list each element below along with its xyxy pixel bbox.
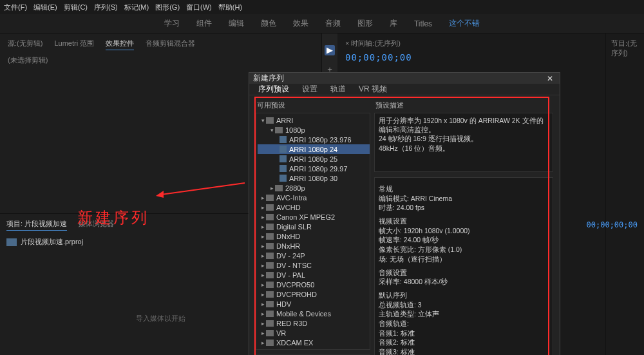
preset-folder[interactable]: ▸VR bbox=[258, 328, 370, 338]
tool-button-0[interactable]: ▶ bbox=[325, 45, 335, 55]
workspace-tab-5[interactable]: 音频 bbox=[325, 18, 341, 29]
preset-folder[interactable]: ▸Mobile & Devices bbox=[258, 309, 370, 318]
preset-folder[interactable]: ▸DVCPRO50 bbox=[258, 280, 370, 289]
annotation-arrow-icon bbox=[155, 177, 251, 202]
menu-clip[interactable]: 剪辑(C) bbox=[64, 3, 88, 12]
menu-marker[interactable]: 标记(M) bbox=[124, 3, 149, 12]
preset-folder[interactable]: ▸DNxHD bbox=[258, 231, 370, 241]
preset-folder[interactable]: ▸AVC-Intra bbox=[258, 193, 370, 202]
source-tab-0[interactable]: 源:(无剪辑) bbox=[8, 39, 43, 50]
disclosure-icon[interactable]: ▸ bbox=[260, 243, 266, 249]
preset-icon bbox=[279, 136, 287, 143]
folder-icon bbox=[266, 253, 274, 259]
disclosure-icon[interactable]: ▸ bbox=[260, 320, 266, 327]
preset-item[interactable]: ARRI 1080p 24 bbox=[258, 144, 370, 154]
source-empty-msg: (未选择剪辑) bbox=[8, 55, 314, 65]
disclosure-icon[interactable]: ▸ bbox=[260, 301, 266, 307]
preset-folder[interactable]: ▸2880p bbox=[258, 183, 370, 193]
menu-file[interactable]: 文件(F) bbox=[4, 3, 27, 12]
menu-window[interactable]: 窗口(W) bbox=[186, 3, 212, 12]
row-label: Mobile & Devices bbox=[276, 310, 331, 318]
menu-edit[interactable]: 编辑(E) bbox=[33, 3, 57, 12]
disclosure-icon[interactable]: ▸ bbox=[269, 185, 275, 191]
source-tab-2[interactable]: 效果控件 bbox=[106, 39, 134, 50]
source-tab-1[interactable]: Lumetri 范围 bbox=[54, 39, 94, 50]
disclosure-icon[interactable]: ▸ bbox=[260, 291, 266, 298]
folder-icon bbox=[266, 272, 274, 278]
workspace-tab-1[interactable]: 组件 bbox=[196, 18, 212, 29]
workspace-tab-8[interactable]: Titles bbox=[414, 19, 432, 28]
preset-item[interactable]: ARRI 1080p 23.976 bbox=[258, 135, 370, 144]
row-label: Canon XF MPEG2 bbox=[276, 213, 335, 221]
preset-folder[interactable]: ▸DVCPROHD bbox=[258, 289, 370, 299]
disclosure-icon[interactable]: ▸ bbox=[260, 253, 266, 259]
preset-folder[interactable]: ▸DV - NTSC bbox=[258, 260, 370, 270]
preset-folder[interactable]: ▸AVCHD bbox=[258, 202, 370, 212]
timeline-timecode: 00;00;00;00 bbox=[345, 52, 636, 62]
folder-icon bbox=[275, 185, 283, 191]
folder-icon bbox=[266, 224, 274, 230]
preset-description: 用于分辨率为 1920h x 1080v 的 ARRIRAW 2K 文件的编辑和… bbox=[374, 113, 553, 172]
disclosure-icon[interactable]: ▸ bbox=[260, 224, 266, 230]
disclosure-icon[interactable]: ▸ bbox=[260, 272, 266, 278]
preset-item[interactable]: ARRI 1080p 25 bbox=[258, 154, 370, 164]
disclosure-icon[interactable]: ▸ bbox=[260, 214, 266, 220]
preset-item[interactable]: ARRI 1080p 30 bbox=[258, 173, 370, 183]
menu-graphics[interactable]: 图形(G) bbox=[155, 3, 180, 12]
preset-item[interactable]: ARRI 1080p 29.97 bbox=[258, 164, 370, 173]
row-label: DV - PAL bbox=[276, 271, 305, 279]
workspace-tab-7[interactable]: 库 bbox=[390, 18, 397, 29]
disclosure-icon[interactable]: ▾ bbox=[269, 127, 275, 133]
preset-folder[interactable]: ▸DNxHR bbox=[258, 241, 370, 251]
preset-folder[interactable]: ▾1080p bbox=[258, 125, 370, 135]
row-label: VR bbox=[276, 329, 286, 337]
menu-help[interactable]: 帮助(H) bbox=[218, 3, 242, 12]
disclosure-icon[interactable]: ▸ bbox=[260, 311, 266, 317]
disclosure-icon[interactable]: ▾ bbox=[260, 117, 266, 124]
preset-folder[interactable]: ▸DV - PAL bbox=[258, 270, 370, 280]
preset-folder[interactable]: ▸XDCAM EX bbox=[258, 338, 370, 347]
preset-tree[interactable]: ▾ARRI▾1080pARRI 1080p 23.976ARRI 1080p 2… bbox=[256, 113, 370, 350]
close-icon[interactable]: ✕ bbox=[544, 74, 556, 83]
preset-folder[interactable]: ▸RED R3D bbox=[258, 318, 370, 328]
dialog-tab-0[interactable]: 序列预设 bbox=[258, 84, 289, 95]
preset-icon bbox=[279, 175, 287, 182]
disclosure-icon[interactable]: ▸ bbox=[260, 233, 266, 240]
project-file-name: 片段视频加速.prproj bbox=[21, 237, 83, 247]
folder-icon bbox=[266, 117, 274, 124]
disclosure-icon[interactable]: ▸ bbox=[260, 330, 266, 336]
folder-icon bbox=[266, 311, 274, 317]
preset-icon bbox=[279, 165, 287, 172]
menu-sequence[interactable]: 序列(S) bbox=[94, 3, 118, 12]
preset-folder[interactable]: ▸Canon XF MPEG2 bbox=[258, 212, 370, 222]
project-tab-0[interactable]: 项目: 片段视频加速 bbox=[6, 219, 67, 231]
preset-tree-header: 可用预设 bbox=[257, 101, 370, 110]
row-label: 1080p bbox=[285, 126, 305, 134]
preset-folder[interactable]: ▸DV - 24P bbox=[258, 251, 370, 260]
disclosure-icon[interactable]: ▸ bbox=[260, 340, 266, 346]
disclosure-icon[interactable]: ▸ bbox=[260, 195, 266, 201]
dialog-tab-1[interactable]: 设置 bbox=[302, 84, 317, 95]
dialog-tab-3[interactable]: VR 视频 bbox=[359, 84, 387, 95]
dialog-title: 新建序列 bbox=[253, 73, 284, 84]
preset-folder[interactable]: ▸Digital SLR bbox=[258, 222, 370, 231]
program-panel-tab[interactable]: 节目:(无序列) bbox=[611, 39, 639, 58]
preset-folder[interactable]: ▸HDV bbox=[258, 299, 370, 309]
workspace-tab-2[interactable]: 编辑 bbox=[229, 18, 244, 29]
row-label: Digital SLR bbox=[276, 223, 312, 231]
project-file-icon bbox=[6, 238, 17, 246]
row-label: DV - NTSC bbox=[276, 262, 312, 269]
disclosure-icon[interactable]: ▸ bbox=[260, 262, 266, 269]
workspace-tab-3[interactable]: 颜色 bbox=[261, 18, 276, 29]
workspace-tab-4[interactable]: 效果 bbox=[293, 18, 308, 29]
workspace-tab-9[interactable]: 这个不错 bbox=[449, 18, 480, 29]
folder-icon bbox=[266, 330, 274, 336]
disclosure-icon[interactable]: ▸ bbox=[260, 204, 266, 211]
preset-folder[interactable]: ▾ARRI bbox=[258, 115, 370, 125]
source-tab-3[interactable]: 音频剪辑混合器 bbox=[146, 39, 195, 50]
workspace-tab-6[interactable]: 图形 bbox=[357, 18, 373, 29]
dialog-tab-2[interactable]: 轨道 bbox=[330, 84, 346, 95]
workspace-tab-0[interactable]: 学习 bbox=[164, 18, 180, 29]
folder-icon bbox=[266, 204, 274, 211]
disclosure-icon[interactable]: ▸ bbox=[260, 282, 266, 288]
